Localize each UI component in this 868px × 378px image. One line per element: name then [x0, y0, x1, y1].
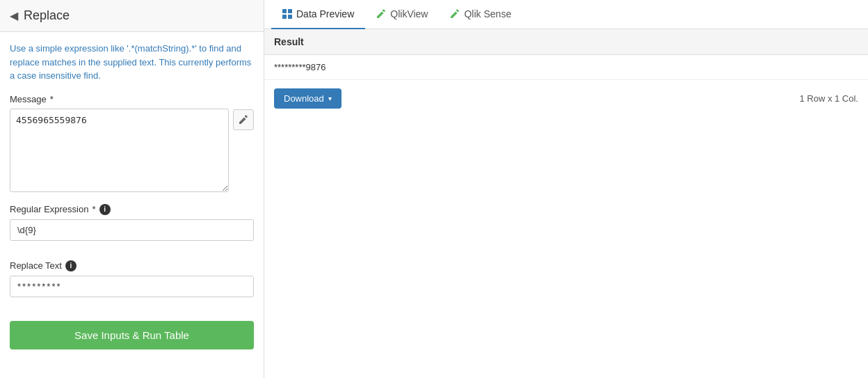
- message-label-text: Message: [10, 94, 47, 104]
- pencil-icon2: [450, 9, 460, 19]
- tab-qlikview-label: QlikView: [390, 8, 428, 19]
- pencil-icon: [376, 9, 386, 19]
- tab-qlikview[interactable]: QlikView: [365, 0, 439, 29]
- message-textarea-wrapper: Message *: [10, 94, 229, 194]
- back-button[interactable]: ◀: [10, 9, 18, 22]
- svg-rect-2: [282, 15, 287, 19]
- panel-header: ◀ Replace: [0, 0, 264, 32]
- regex-required: *: [92, 204, 95, 214]
- message-label: Message *: [10, 94, 229, 104]
- regex-label: Regular Expression * i: [10, 204, 254, 215]
- result-header: Result: [264, 29, 868, 55]
- replace-info-icon[interactable]: i: [65, 260, 77, 271]
- svg-rect-1: [288, 9, 292, 13]
- right-panel: Data Preview QlikView Qlik Sense Result …: [264, 0, 868, 378]
- regex-info-icon[interactable]: i: [99, 204, 111, 215]
- message-required: *: [50, 94, 54, 104]
- left-panel: ◀ Replace Use a simple expression like '…: [0, 0, 264, 378]
- regex-group: Regular Expression * i: [10, 204, 254, 251]
- svg-rect-0: [282, 9, 287, 13]
- row-col-info: 1 Row x 1 Col.: [799, 93, 858, 104]
- panel-body: Use a simple expression like '.*(matchSt…: [0, 32, 264, 378]
- replace-label-text: Replace Text: [10, 260, 62, 271]
- tab-qliksense[interactable]: Qlik Sense: [439, 0, 522, 29]
- run-button[interactable]: Save Inputs & Run Table: [10, 321, 254, 349]
- download-caret-icon: ▾: [328, 95, 332, 102]
- regex-label-text: Regular Expression: [10, 204, 88, 214]
- description-text: Use a simple expression like '.*(matchSt…: [10, 42, 254, 83]
- table-icon: [282, 9, 292, 19]
- edit-message-button[interactable]: [233, 109, 254, 130]
- svg-rect-3: [288, 15, 292, 19]
- tabs-bar: Data Preview QlikView Qlik Sense: [264, 0, 868, 29]
- result-value: *********9876: [264, 55, 868, 80]
- download-button[interactable]: Download ▾: [274, 88, 341, 109]
- download-label: Download: [284, 93, 324, 104]
- message-group: Message *: [10, 94, 254, 194]
- panel-title: Replace: [24, 8, 70, 23]
- message-label-row: Message *: [10, 94, 254, 194]
- replace-group: Replace Text i: [10, 260, 254, 307]
- regex-input[interactable]: [10, 219, 254, 241]
- result-area: Result *********9876 Download ▾ 1 Row x …: [264, 29, 868, 378]
- tab-data-preview[interactable]: Data Preview: [271, 0, 365, 29]
- replace-label: Replace Text i: [10, 260, 254, 271]
- tab-data-preview-label: Data Preview: [296, 8, 354, 19]
- edit-icon: [239, 115, 248, 125]
- replace-input[interactable]: [10, 276, 254, 297]
- message-textarea[interactable]: [10, 109, 229, 192]
- download-area: Download ▾ 1 Row x 1 Col.: [264, 80, 868, 117]
- tab-qliksense-label: Qlik Sense: [464, 8, 511, 19]
